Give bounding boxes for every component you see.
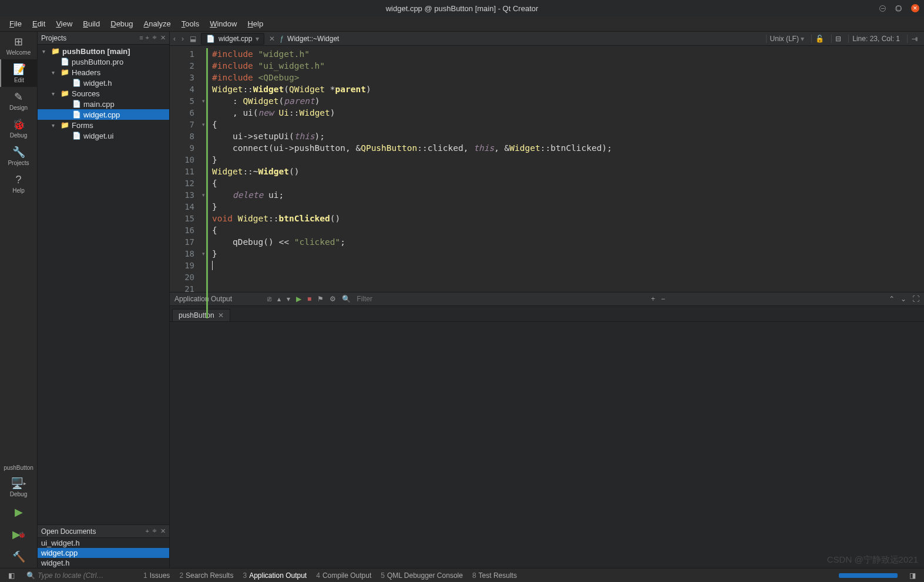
mode-rail: ⊞Welcome📝Edit✎Design🐞Debug🔧Projects?Help… [0,32,38,568]
debug-run-button[interactable]: ▶🐞 [0,523,38,546]
output-gear-icon[interactable]: ⚙ [330,295,336,303]
output-tabs: pushButton ✕ [170,306,924,321]
minimize-button[interactable] [879,5,886,12]
menu-build[interactable]: Build [78,17,105,31]
tree-item[interactable]: ▾📁Sources [38,88,169,99]
editor-toolbar: ‹ › ⬓ 📄 widget.cpp ▾ ✕ ƒ Widget::~Widget… [170,32,924,46]
symbol-selector[interactable]: ƒ Widget::~Widget [280,35,339,43]
tree-item[interactable]: ▾📁Headers [38,67,169,78]
tree-item[interactable]: ▾📁pushButton [main] [38,46,169,56]
outline-icon[interactable]: ⊟ [831,35,845,43]
menubar: File Edit View Build Debug Analyze Tools… [0,16,924,32]
output-toolbar: Application Output ⎚ ▴ ▾ ▶ ■ ⚑ ⚙ 🔍 + − ⌃… [170,292,924,306]
right-sidebar-toggle-icon[interactable]: ◨ [905,571,920,580]
split-icon[interactable]: ⫩ [152,34,158,42]
locator[interactable]: 🔍 [22,571,136,580]
add-icon[interactable]: + [146,34,149,42]
sidebar-toggle-icon[interactable]: ◧ [4,571,19,580]
open-docs-list[interactable]: ui_widget.hwidget.cppwidget.h [38,538,169,568]
target-selector[interactable]: 🖥️▸ Debug [0,473,38,501]
output-settings-icon[interactable]: ⎚ [267,295,271,303]
stop-icon[interactable]: ■ [307,295,311,303]
open-documents-panel: Open Documents + ⫩ ✕ ui_widget.hwidget.c… [38,524,169,568]
pane-issues[interactable]: 1 Issues [139,571,174,580]
menu-analyze[interactable]: Analyze [139,17,176,31]
line-ending-selector[interactable]: Unix (LF) ▾ [766,35,808,43]
output-title: Application Output [174,295,232,303]
project-tree[interactable]: ▾📁pushButton [main]📄pushButton.pro▾📁Head… [38,45,169,524]
pane-compile-output[interactable]: 4 Compile Output [311,571,376,580]
maximize-button[interactable] [895,5,902,12]
statusbar: ◧ 🔍 1 Issues2 Search Results3 Applicatio… [0,568,924,582]
file-selector[interactable]: 📄 widget.cpp ▾ [201,33,264,45]
tree-item[interactable]: ▾📁Forms [38,120,169,130]
close-panel-icon[interactable]: ✕ [160,34,166,42]
output-max-icon[interactable]: ⛶ [912,295,919,303]
rail-edit[interactable]: 📝Edit [0,59,38,87]
code-area[interactable]: #include "widget.h"#include "ui_widget.h… [207,46,924,292]
menu-edit[interactable]: Edit [28,17,50,31]
close-tab-icon[interactable]: ✕ [218,311,224,319]
run-button[interactable]: ▶ [0,501,38,523]
search-icon: 🔍 [26,571,35,580]
output-body[interactable] [170,321,924,568]
output-filter-input[interactable] [357,295,427,303]
close-panel-icon[interactable]: ✕ [160,527,166,535]
line-gutter[interactable]: 1234567891011121314151617181920212223 [170,46,199,292]
split-editor-icon[interactable]: ⫣ [907,35,922,43]
tree-item[interactable]: 📄widget.h [38,78,169,88]
nav-back-icon[interactable]: ‹ [172,35,177,43]
output-down2-icon[interactable]: ⌄ [901,295,906,303]
filter-icon[interactable]: ≡ [139,34,143,42]
menu-view[interactable]: View [51,17,77,31]
bookmark-icon[interactable]: ⬓ [189,35,197,43]
tree-item[interactable]: 📄main.cpp [38,99,169,109]
cursor-position: Line: 23, Col: 1 [848,35,903,43]
rail-projects[interactable]: 🔧Projects [0,142,38,170]
output-up2-icon[interactable]: ⌃ [889,295,895,303]
close-button[interactable] [911,4,919,12]
run-icon[interactable]: ▶ [296,295,301,303]
open-doc-item[interactable]: widget.h [38,558,169,568]
build-button[interactable]: 🔨 [0,546,38,568]
split-icon[interactable]: ⫩ [152,527,158,535]
tree-item[interactable]: 📄widget.cpp [38,109,169,120]
close-file-icon[interactable]: ✕ [268,35,276,43]
nav-fwd-icon[interactable]: › [180,35,185,43]
rail-help[interactable]: ?Help [0,170,38,197]
target-label: pushButton [4,462,33,473]
tree-item[interactable]: 📄pushButton.pro [38,56,169,67]
pane-search-results[interactable]: 2 Search Results [174,571,238,580]
file-icon: 📄 [206,35,215,43]
output-tab-pushbutton[interactable]: pushButton ✕ [172,309,230,321]
current-symbol-label: Widget::~Widget [287,35,339,43]
code-editor[interactable]: 1234567891011121314151617181920212223 ▾▾… [170,46,924,292]
menu-debug[interactable]: Debug [106,17,137,31]
readonly-icon[interactable]: 🔓 [811,35,828,43]
pane-test-results[interactable]: 8 Test Results [468,571,522,580]
open-doc-item[interactable]: widget.cpp [38,548,169,558]
rail-welcome[interactable]: ⊞Welcome [0,32,38,59]
pane-qml-debugger-console[interactable]: 5 QML Debugger Console [376,571,468,580]
add-icon[interactable]: + [146,527,149,535]
pane-application-output[interactable]: 3 Application Output [238,571,311,580]
output-down-icon[interactable]: ▾ [287,295,290,303]
function-icon: ƒ [280,35,284,43]
locator-input[interactable] [38,571,132,580]
open-doc-item[interactable]: ui_widget.h [38,538,169,548]
add-output-icon[interactable]: + [651,295,655,303]
open-docs-title: Open Documents [41,527,96,536]
window-title: widget.cpp @ pushButton [main] - Qt Crea… [386,4,539,13]
rail-debug[interactable]: 🐞Debug [0,115,38,142]
current-file-label: widget.cpp [219,35,252,43]
search-icon: 🔍 [342,295,351,303]
tree-item[interactable]: 📄widget.ui [38,130,169,141]
attach-icon[interactable]: ⚑ [317,295,324,303]
menu-file[interactable]: File [5,17,26,31]
rail-design[interactable]: ✎Design [0,87,38,115]
menu-tools[interactable]: Tools [177,17,204,31]
output-up-icon[interactable]: ▴ [277,295,281,303]
menu-help[interactable]: Help [243,17,268,31]
menu-window[interactable]: Window [205,17,241,31]
remove-output-icon[interactable]: − [661,295,665,303]
